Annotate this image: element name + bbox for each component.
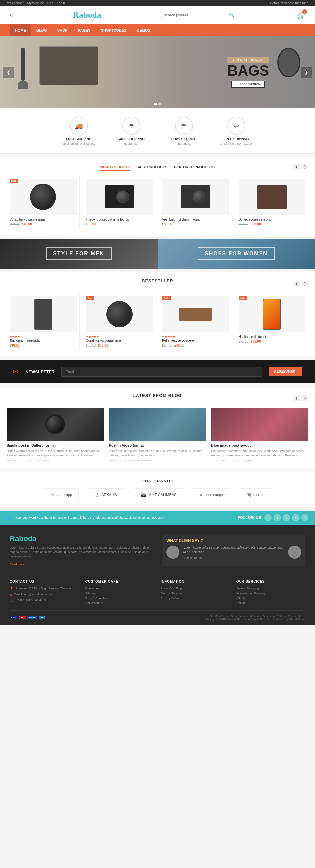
brand-icon-arkaka: ◎ xyxy=(96,492,99,497)
bestseller-image xyxy=(9,296,77,332)
nav-blog[interactable]: BLOG xyxy=(31,24,52,36)
brand-mikecalimbas[interactable]: 📷 MIKE CALIMBAS xyxy=(134,488,183,501)
search-button[interactable]: 🔍 xyxy=(226,11,238,20)
product-price: £50.00 £40.00 xyxy=(9,222,77,226)
newsletter-email-input[interactable] xyxy=(61,367,262,377)
blog-card[interactable]: Blog image post layout Donec viverra hen… xyxy=(211,408,308,462)
product-image xyxy=(9,179,77,215)
blog-post-text: Donec viverra hendrerit erat, at lacus f… xyxy=(7,449,104,457)
login-link[interactable]: Login xyxy=(57,1,65,5)
nav-pages[interactable]: PAGES xyxy=(73,24,96,36)
products-prev-arrow[interactable]: ❮ xyxy=(293,164,300,169)
email-social-icon[interactable]: ✉ xyxy=(301,514,308,521)
blog-post-meta: 2014-11-08 / 01:12:05 6 comments xyxy=(211,459,308,462)
cart-badge: 0 xyxy=(302,9,307,14)
newsletter-subscribe-button[interactable]: SUBSCRIBE! xyxy=(269,367,302,376)
cart-link[interactable]: Cart xyxy=(47,1,54,5)
info-link-2[interactable]: Secure Shopping xyxy=(161,592,230,595)
product-name: Curabitur vulputate urna xyxy=(86,339,153,342)
address-icon: 📍 xyxy=(10,587,14,591)
products-next-arrow[interactable]: ❯ xyxy=(301,164,308,169)
brand-photorange[interactable]: ● photorange xyxy=(193,488,230,501)
settings-icon[interactable]: ⚙ xyxy=(10,12,14,18)
site-logo[interactable]: Raboda xyxy=(73,10,101,20)
customer-link-1[interactable]: Contact us xyxy=(85,587,154,590)
hero-shop-button[interactable]: SHOPPING NOW xyxy=(231,81,265,88)
tab-featured-products[interactable]: FEATURED PRODUCTS xyxy=(174,164,215,171)
cart-icon[interactable]: 🛒 0 xyxy=(297,11,305,19)
hero-dot-1[interactable] xyxy=(154,102,157,105)
hero-tag: CHOOSE UNIQUE xyxy=(228,57,269,63)
hero-next-button[interactable]: ❯ xyxy=(301,67,312,78)
bestseller-image xyxy=(162,296,230,332)
banner-men[interactable]: STYLE FOR MEN xyxy=(0,239,158,269)
my-wishlist-link[interactable]: My Wishlist xyxy=(27,1,44,5)
refresh-icon: ↩ xyxy=(228,117,245,135)
info-link-1[interactable]: About Our Shop xyxy=(161,587,230,590)
services-link-4[interactable]: Contact xyxy=(236,601,305,605)
services-link-1[interactable]: Secure Shopping xyxy=(236,587,305,590)
bestseller-prev-arrow[interactable]: ❮ xyxy=(293,281,300,286)
hero-text: CHOOSE UNIQUE BAGS SHOPPING NOW xyxy=(228,57,269,88)
product-card[interactable]: Vestibulum dictum magna £50.00 xyxy=(159,176,232,229)
nav-demos[interactable]: DEMOS xyxy=(132,24,155,36)
product-name: Habitasse dictumst xyxy=(239,335,306,339)
footer-description: Lorem ipsum dolor sit amet, consectetur … xyxy=(10,546,152,559)
my-account-link[interactable]: My Account xyxy=(7,1,24,5)
nav-home[interactable]: HOME xyxy=(10,24,31,36)
blog-post-title: Blog image post layout xyxy=(211,443,308,447)
customer-link-2[interactable]: Sitemap xyxy=(85,592,154,595)
blog-post-meta: 2014-11-30 / 04:09:26 0 comments xyxy=(109,459,206,462)
product-price: £30.00 xyxy=(86,222,153,226)
search-bar[interactable]: 🔍 xyxy=(160,10,238,20)
top-nav-links[interactable]: My Account My Wishlist Cart Login xyxy=(7,1,68,5)
bestseller-card[interactable]: Sale ★★★★★ Pellentesque posuere £65.00 £… xyxy=(159,293,232,350)
facebook-icon[interactable]: f xyxy=(265,514,272,521)
info-link-3[interactable]: Privacy Policy xyxy=(161,596,230,600)
site-footer: Raboda Lorem ipsum dolor sit amet, conse… xyxy=(0,525,315,625)
banner-women[interactable]: SHOES FOR WOMEN xyxy=(158,239,315,269)
tumblr-icon[interactable]: T xyxy=(283,514,290,521)
brand-centerupp[interactable]: © centerupp xyxy=(44,488,79,501)
tab-new-products[interactable]: NEW PRODUCTS xyxy=(100,164,130,171)
social-banner: 🐦 Your best WordPress theme for your onl… xyxy=(0,511,315,525)
hero-prev-button[interactable]: ❮ xyxy=(3,67,14,78)
nav-shortcodes[interactable]: SHORTCODES xyxy=(96,24,132,36)
customer-link-4[interactable]: Gift Vouchers xyxy=(85,601,154,605)
search-input[interactable] xyxy=(160,11,226,19)
star-icon[interactable]: ✦ xyxy=(292,514,299,521)
bestseller-card[interactable]: ★★★★ Tincidunt malesuada £30.00 xyxy=(7,293,80,350)
product-name: Tincidunt malesuada xyxy=(9,339,77,342)
bestseller-card[interactable]: Sale ★★★★★ Curabitur vulputate urna £50.… xyxy=(83,293,156,350)
bestseller-card[interactable]: Sale Habitasse dictumst £55.00 £65.00 xyxy=(236,293,309,350)
blog-card[interactable]: Single post in Gallery format Donec vive… xyxy=(7,408,104,462)
sale-badge: Sale xyxy=(86,296,95,301)
bestseller-arrows: ❮ ❯ xyxy=(293,281,308,286)
bestseller-next-arrow[interactable]: ❯ xyxy=(301,281,308,286)
twitter-icon[interactable]: t xyxy=(274,514,281,521)
brand-kankan[interactable]: ▣ kankan xyxy=(240,488,271,501)
blog-next-arrow[interactable]: ❯ xyxy=(301,395,308,401)
style-banners: STYLE FOR MEN SHOES FOR WOMEN xyxy=(0,239,315,269)
product-card[interactable]: Integer consequat ante lectus £30.00 xyxy=(83,176,156,229)
feature-safe-shopping: ☂ SAFE SHOPPING guarantee. xyxy=(112,117,151,145)
blog-card[interactable]: Post in Video format Lorem ipsum phacere… xyxy=(109,408,206,462)
feature-free-shipping-1: 🚚 FREE SHIPPING on all orders over $1000… xyxy=(59,117,98,145)
blog-comments: 0 comments xyxy=(35,459,49,462)
testimonial-title: WHAT CLIEN SAY ? xyxy=(166,538,301,543)
nav-shop[interactable]: SHOP xyxy=(52,24,73,36)
hero-dot-2[interactable] xyxy=(159,102,161,105)
brand-arkaka[interactable]: ◎ ARKA.KA xyxy=(89,488,124,501)
blog-prev-arrow[interactable]: ❮ xyxy=(293,395,300,401)
services-link-2[interactable]: International Shipping xyxy=(236,592,305,595)
product-card[interactable]: Donec sodales mauris in £50.00 £30.00 xyxy=(236,176,309,229)
feature-lowest-price: ☂ LOWEST PRICE guarantee. xyxy=(164,117,203,145)
product-name: Pellentesque posuere xyxy=(162,339,230,342)
blog-image-2 xyxy=(109,408,206,441)
footer-read-more[interactable]: Read more xyxy=(10,563,25,566)
customer-link-3[interactable]: Term & Conditions xyxy=(85,596,154,600)
hero-title: BAGS xyxy=(228,63,269,78)
services-link-3[interactable]: Affiliates xyxy=(236,596,305,600)
tab-sale-products[interactable]: SALE PRODUCTS xyxy=(137,164,167,171)
product-card[interactable]: Sale Curabitur vulputate urna £50.00 £40… xyxy=(7,176,80,229)
